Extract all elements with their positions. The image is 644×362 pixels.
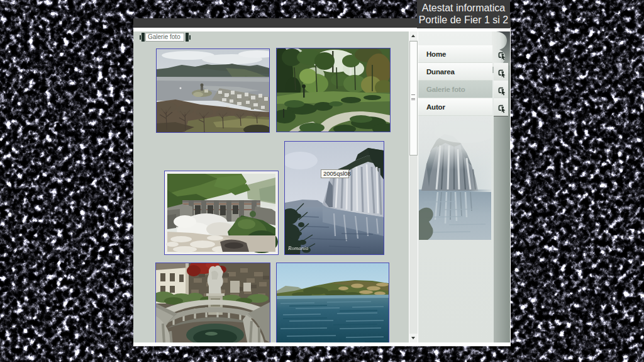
svg-text:Romania: Romania <box>287 245 309 251</box>
